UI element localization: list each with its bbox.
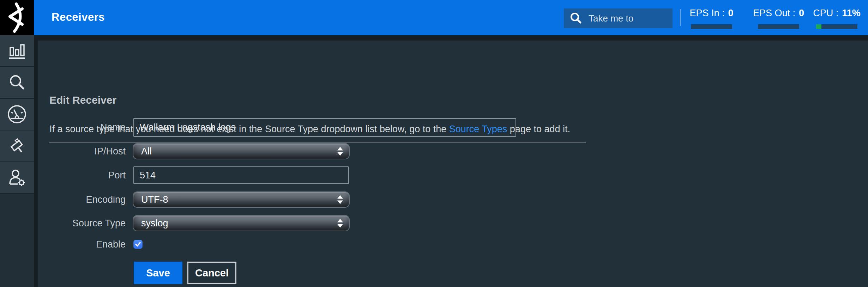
panel-title: Edit Receiver [49, 94, 116, 106]
eps-out-meter: EPS Out :0 [758, 0, 799, 35]
eps-in-bar [691, 24, 732, 29]
arcsight-logo[interactable] [0, 0, 34, 35]
sidebar-item-monitoring[interactable] [0, 99, 34, 130]
save-button[interactable]: Save [134, 262, 182, 284]
source-type-select[interactable]: syslog [133, 216, 349, 231]
select-arrows-icon [337, 219, 343, 228]
arcsight-logo-icon [5, 2, 29, 33]
enable-label: Enable [38, 239, 133, 250]
search-input[interactable] [588, 13, 663, 24]
eps-in-value: 0 [728, 8, 734, 18]
cancel-button[interactable]: Cancel [187, 262, 236, 284]
topbar-divider [680, 9, 681, 26]
app-window: Receivers EPS In :0 EPS Out :0 CPU :11% [0, 0, 868, 287]
gavel-icon [7, 136, 27, 156]
eps-in-meter: EPS In :0 [691, 0, 732, 35]
top-bar: Receivers EPS In :0 EPS Out :0 CPU :11% [34, 0, 868, 35]
select-arrows-icon [337, 195, 343, 204]
bar-chart-icon [7, 41, 26, 60]
select-arrows-icon [337, 147, 343, 156]
source-type-label: Source Type [38, 218, 133, 229]
eps-out-value: 0 [799, 8, 804, 18]
sidebar-nav [0, 35, 34, 287]
encoding-label: Encoding [38, 194, 133, 205]
cpu-value: 11% [842, 8, 861, 18]
encoding-select[interactable]: UTF-8 [133, 192, 349, 207]
page-title: Receivers [52, 11, 105, 24]
sidebar-item-admin[interactable] [0, 162, 34, 194]
port-label: Port [38, 170, 133, 181]
sidebar-item-search[interactable] [0, 67, 34, 99]
checkmark-icon [135, 241, 141, 248]
port-input[interactable] [133, 166, 349, 184]
sidebar-item-dashboards[interactable] [0, 35, 34, 67]
ip-host-select[interactable]: All [133, 144, 349, 159]
take-me-to-search[interactable] [564, 8, 673, 28]
user-gear-icon [7, 168, 27, 188]
gauge-icon [7, 104, 27, 124]
intro-divider [49, 142, 586, 142]
enable-checkbox[interactable] [133, 240, 143, 249]
name-input[interactable] [133, 118, 516, 137]
cpu-label: CPU : [813, 8, 838, 18]
ip-host-label: IP/Host [38, 146, 133, 157]
search-icon [7, 73, 26, 92]
name-label: Name [38, 122, 133, 133]
eps-out-label: EPS Out : [753, 8, 795, 18]
cpu-bar [816, 24, 857, 29]
search-icon [569, 12, 582, 25]
eps-in-label: EPS In : [689, 8, 724, 18]
edit-receiver-panel: Edit Receiver If a source type that you … [38, 41, 868, 287]
sidebar-item-configuration[interactable] [0, 130, 34, 162]
cpu-meter: CPU :11% [816, 0, 857, 35]
eps-out-bar [758, 24, 799, 29]
